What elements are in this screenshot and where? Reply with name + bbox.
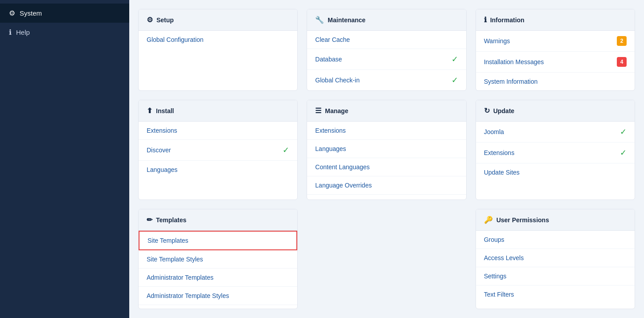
installation-messages-badge: 4 <box>617 57 627 67</box>
panel-item-settings: Settings <box>476 267 635 285</box>
panel-user-permissions: 🔑 User Permissions Groups Access Levels … <box>476 209 635 309</box>
discover-check-icon: ✓ <box>283 145 289 155</box>
extensions-install-link[interactable]: Extensions <box>147 127 177 134</box>
information-header-label: Information <box>490 16 525 24</box>
sidebar-item-system[interactable]: ⚙ System <box>0 4 129 23</box>
panel-item-extensions-update: Extensions ✓ <box>476 143 635 163</box>
panel-install: ⬆ Install Extensions Discover ✓ Language… <box>138 100 298 200</box>
panel-item-extensions-manage: Extensions <box>307 122 466 140</box>
panel-setup-header: ⚙ Setup <box>139 9 297 31</box>
panel-manage: ☰ Manage Extensions Languages Content La… <box>307 100 466 200</box>
system-icon: ⚙ <box>9 9 15 17</box>
panel-update: ↻ Update Joomla ✓ Extensions ✓ Update Si… <box>476 100 635 200</box>
panel-manage-header: ☰ Manage <box>307 100 466 122</box>
panel-item-admin-templates: Administrator Templates <box>139 269 297 287</box>
panel-item-site-template-styles: Site Template Styles <box>139 250 297 269</box>
languages-install-link[interactable]: Languages <box>147 166 177 173</box>
panel-item-admin-template-styles: Administrator Template Styles <box>139 287 297 305</box>
panel-setup: ⚙ Setup Global Configuration <box>138 9 298 91</box>
global-checkin-link[interactable]: Global Check-in <box>315 77 360 84</box>
panel-item-extensions-install: Extensions <box>139 122 297 140</box>
text-filters-link[interactable]: Text Filters <box>484 291 514 298</box>
update-icon: ↻ <box>484 106 490 115</box>
panel-item-content-languages: Content Languages <box>307 158 466 176</box>
languages-manage-link[interactable]: Languages <box>315 145 346 152</box>
panel-item-plugins: Plugins <box>307 195 466 200</box>
install-icon: ⬆ <box>147 106 152 115</box>
panel-item-global-checkin: Global Check-in ✓ <box>307 70 466 90</box>
templates-icon: ✏ <box>147 216 152 224</box>
sidebar-item-help-label: Help <box>16 29 30 36</box>
panel-item-discover: Discover ✓ <box>139 140 297 161</box>
panel-maintenance-header: 🔧 Maintenance <box>307 9 466 31</box>
panel-information-header: ℹ Information <box>476 9 635 31</box>
maintenance-icon: 🔧 <box>315 16 324 24</box>
global-config-link[interactable]: Global Configuration <box>147 36 204 43</box>
panel-item-site-templates: Site Templates <box>139 231 297 250</box>
admin-template-styles-link[interactable]: Administrator Template Styles <box>147 292 229 299</box>
access-levels-link[interactable]: Access Levels <box>484 254 524 261</box>
panel-item-languages-manage: Languages <box>307 140 466 158</box>
installation-messages-link[interactable]: Installation Messages <box>484 58 544 65</box>
warnings-link[interactable]: Warnings <box>484 37 510 45</box>
setup-icon: ⚙ <box>147 16 153 24</box>
manage-icon: ☰ <box>315 106 321 115</box>
database-check-icon: ✓ <box>451 54 458 64</box>
panel-install-header: ⬆ Install <box>139 100 297 122</box>
main-content: ⚙ Setup Global Configuration 🔧 Maintenan… <box>129 0 644 318</box>
setup-header-label: Setup <box>156 16 174 24</box>
panel-item-installation-messages: Installation Messages 4 <box>476 52 635 73</box>
panel-item-global-config: Global Configuration <box>139 31 297 49</box>
update-sites-link[interactable]: Update Sites <box>484 169 520 176</box>
panel-item-warnings: Warnings 2 <box>476 31 635 52</box>
extensions-update-link[interactable]: Extensions <box>484 149 514 156</box>
install-header-label: Install <box>156 107 174 114</box>
content-languages-link[interactable]: Content Languages <box>315 163 369 171</box>
joomla-update-link[interactable]: Joomla <box>484 128 504 135</box>
extensions-update-check-icon: ✓ <box>620 148 627 158</box>
information-icon: ℹ <box>484 16 487 24</box>
language-overrides-link[interactable]: Language Overrides <box>315 182 372 189</box>
database-link[interactable]: Database <box>315 56 342 63</box>
joomla-check-icon: ✓ <box>620 127 627 137</box>
empty-slot <box>307 209 466 309</box>
panel-maintenance: 🔧 Maintenance Clear Cache Database ✓ Glo… <box>307 9 466 91</box>
panel-item-text-filters: Text Filters <box>476 285 635 303</box>
settings-link[interactable]: Settings <box>484 273 507 280</box>
user-permissions-icon: 🔑 <box>484 216 493 224</box>
panel-item-groups: Groups <box>476 231 635 249</box>
panel-item-languages-install: Languages <box>139 161 297 179</box>
admin-templates-link[interactable]: Administrator Templates <box>147 274 213 281</box>
sidebar-item-help[interactable]: ℹ Help <box>0 23 129 42</box>
panel-item-language-overrides: Language Overrides <box>307 176 466 195</box>
warnings-badge: 2 <box>617 36 627 46</box>
clear-cache-link[interactable]: Clear Cache <box>315 36 350 43</box>
site-templates-link[interactable]: Site Templates <box>148 237 189 244</box>
sidebar: ⚙ System ℹ Help <box>0 0 129 318</box>
panel-item-system-information: System Information <box>476 73 635 90</box>
site-template-styles-link[interactable]: Site Template Styles <box>147 256 203 263</box>
templates-header-label: Templates <box>156 216 186 224</box>
manage-header-label: Manage <box>325 107 348 114</box>
maintenance-header-label: Maintenance <box>328 16 365 24</box>
panel-information: ℹ Information Warnings 2 Installation Me… <box>476 9 635 91</box>
extensions-manage-link[interactable]: Extensions <box>315 127 345 134</box>
discover-link[interactable]: Discover <box>147 147 171 154</box>
panel-item-update-sites: Update Sites <box>476 163 635 181</box>
system-information-link[interactable]: System Information <box>484 78 538 85</box>
help-icon: ℹ <box>9 28 12 37</box>
panel-update-header: ↻ Update <box>476 100 635 122</box>
groups-link[interactable]: Groups <box>484 236 505 243</box>
update-header-label: Update <box>493 107 514 114</box>
sidebar-item-system-label: System <box>20 9 42 17</box>
panel-item-database: Database ✓ <box>307 49 466 70</box>
panel-item-joomla-update: Joomla ✓ <box>476 122 635 143</box>
global-checkin-check-icon: ✓ <box>451 75 458 85</box>
panel-item-access-levels: Access Levels <box>476 249 635 267</box>
panel-user-permissions-header: 🔑 User Permissions <box>476 209 635 231</box>
panel-templates: ✏ Templates Site Templates Site Template… <box>138 209 298 309</box>
panel-item-mail-templates: Mail Templates <box>139 305 297 309</box>
panel-item-clear-cache: Clear Cache <box>307 31 466 49</box>
panel-templates-header: ✏ Templates <box>139 209 297 231</box>
user-permissions-header-label: User Permissions <box>496 216 549 224</box>
